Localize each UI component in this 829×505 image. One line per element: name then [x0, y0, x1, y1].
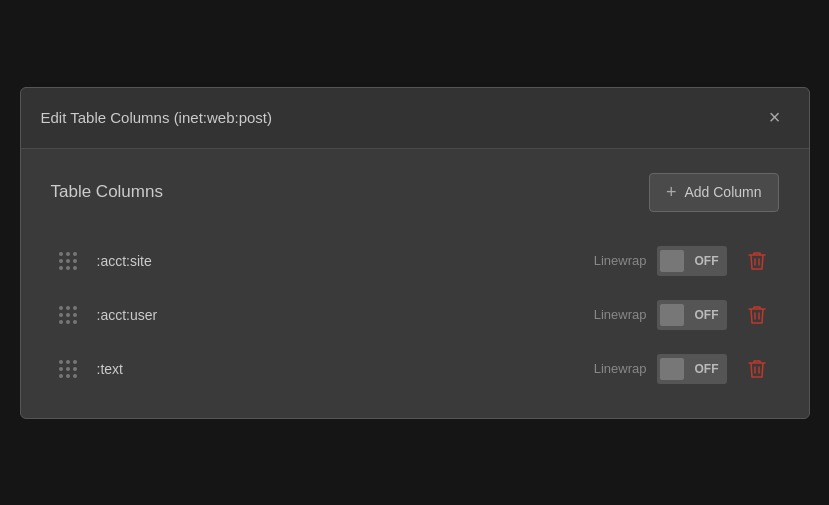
- linewrap-toggle[interactable]: OFF: [657, 246, 727, 276]
- close-button[interactable]: ×: [761, 104, 789, 132]
- column-name: :acct:site: [97, 253, 594, 269]
- modal-header: Edit Table Columns (inet:web:post) ×: [21, 88, 809, 149]
- toggle-state-label: OFF: [695, 308, 719, 322]
- linewrap-label: Linewrap: [594, 361, 647, 376]
- add-column-button[interactable]: + Add Column: [649, 173, 779, 212]
- linewrap-toggle[interactable]: OFF: [657, 354, 727, 384]
- delete-column-button[interactable]: [743, 301, 771, 329]
- section-header: Table Columns + Add Column: [51, 173, 779, 212]
- plus-icon: +: [666, 182, 677, 203]
- table-row: :acct:user Linewrap OFF: [51, 290, 779, 340]
- drag-handle[interactable]: [59, 306, 77, 324]
- drag-handle[interactable]: [59, 360, 77, 378]
- column-name: :text: [97, 361, 594, 377]
- linewrap-label: Linewrap: [594, 307, 647, 322]
- table-row: :acct:site Linewrap OFF: [51, 236, 779, 286]
- trash-icon: [748, 251, 766, 271]
- modal-title: Edit Table Columns (inet:web:post): [41, 109, 273, 126]
- toggle-state-label: OFF: [695, 362, 719, 376]
- delete-column-button[interactable]: [743, 355, 771, 383]
- delete-column-button[interactable]: [743, 247, 771, 275]
- trash-icon: [748, 359, 766, 379]
- linewrap-label: Linewrap: [594, 253, 647, 268]
- edit-table-columns-modal: Edit Table Columns (inet:web:post) × Tab…: [20, 87, 810, 419]
- table-row: :text Linewrap OFF: [51, 344, 779, 394]
- modal-body: Table Columns + Add Column :acct:site Li…: [21, 149, 809, 418]
- toggle-state-label: OFF: [695, 254, 719, 268]
- toggle-thumb: [660, 250, 684, 272]
- linewrap-toggle[interactable]: OFF: [657, 300, 727, 330]
- toggle-thumb: [660, 304, 684, 326]
- toggle-thumb: [660, 358, 684, 380]
- columns-list: :acct:site Linewrap OFF: [51, 236, 779, 394]
- trash-icon: [748, 305, 766, 325]
- column-name: :acct:user: [97, 307, 594, 323]
- section-title: Table Columns: [51, 182, 163, 202]
- drag-handle[interactable]: [59, 252, 77, 270]
- add-column-label: Add Column: [684, 184, 761, 200]
